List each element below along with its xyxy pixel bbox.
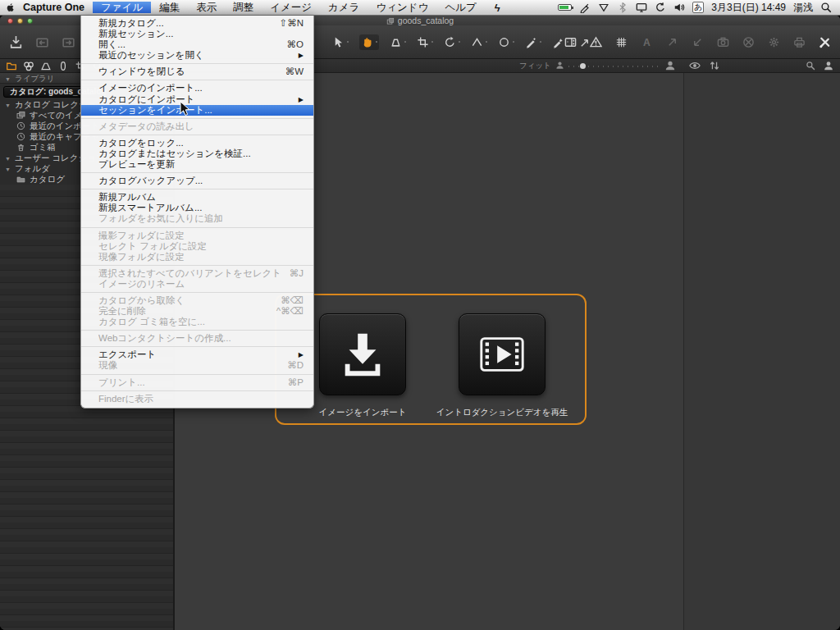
menu-separator bbox=[81, 390, 313, 391]
menubar-menu-ファイル[interactable]: ファイル bbox=[93, 2, 151, 13]
menubar-clock[interactable]: 3月3日(日) 14:49 bbox=[711, 1, 786, 15]
submenu-arrow-icon: ▶ bbox=[299, 349, 304, 360]
browser-panel bbox=[683, 73, 840, 630]
file-menu-item: カタログ ゴミ箱を空に... bbox=[81, 317, 313, 327]
file-menu-item[interactable]: ウィンドウを閉じる⌘W bbox=[81, 66, 313, 77]
tools-icon[interactable] bbox=[815, 33, 833, 51]
mouse-cursor bbox=[180, 101, 190, 116]
spotlight-search-icon[interactable] bbox=[820, 2, 832, 13]
zoom-slider-thumb[interactable] bbox=[580, 63, 586, 69]
pen-icon[interactable] bbox=[579, 2, 591, 13]
zoom-out-icon[interactable] bbox=[555, 61, 564, 71]
pan-tool[interactable] bbox=[359, 34, 379, 50]
cancel-icon bbox=[739, 33, 757, 51]
menubar-menu-ヘルプ[interactable]: ヘルプ bbox=[436, 2, 484, 13]
library-tab[interactable] bbox=[2, 60, 20, 73]
display-icon[interactable] bbox=[636, 2, 647, 13]
grid-icon[interactable] bbox=[612, 33, 630, 51]
gear-icon bbox=[765, 33, 783, 51]
draw-mask-tool[interactable] bbox=[525, 36, 541, 48]
disclosure-triangle-icon[interactable]: ▼ bbox=[5, 103, 11, 108]
file-menu-item: カタログから取除く⌘⌫ bbox=[81, 295, 313, 306]
zoom-in-icon[interactable] bbox=[664, 60, 676, 73]
file-menu-item[interactable]: 新規アルバム bbox=[81, 192, 313, 203]
file-menu-item: フォルダをお気に入りに追加 bbox=[81, 213, 313, 224]
play-intro-video-button[interactable] bbox=[459, 313, 546, 395]
crop-tool[interactable] bbox=[417, 36, 433, 48]
sync-icon[interactable] bbox=[655, 2, 666, 13]
menubar-menu-カメラ[interactable]: カメラ bbox=[320, 2, 368, 13]
file-menu-item[interactable]: セッションをインポート... bbox=[81, 105, 313, 116]
file-menu-item[interactable]: 開く...⌘O bbox=[81, 39, 313, 50]
menubar-menu-表示[interactable]: 表示 bbox=[188, 2, 225, 13]
menu-separator bbox=[81, 172, 313, 173]
stacked-images-icon bbox=[16, 111, 26, 120]
menubar-user[interactable]: 湯浅 bbox=[793, 1, 813, 15]
spot-tool[interactable] bbox=[498, 36, 514, 48]
capture-in-icon bbox=[33, 33, 51, 51]
file-menu-item[interactable]: カタログまたはセッションを検証... bbox=[81, 148, 313, 159]
zoom-slider[interactable] bbox=[568, 63, 660, 70]
file-menu-item[interactable]: プレビューを更新 bbox=[81, 159, 313, 170]
menu-separator bbox=[81, 292, 313, 293]
clock-icon bbox=[16, 132, 26, 141]
arrow-sw-icon bbox=[688, 33, 706, 51]
triangle-flag-icon[interactable] bbox=[598, 2, 609, 13]
welcome-panel: イメージをインポート イントロダクションビデオを再生 bbox=[275, 294, 587, 425]
volume-icon[interactable] bbox=[673, 2, 685, 13]
battery-icon[interactable] bbox=[558, 4, 572, 11]
apple-menu-icon[interactable] bbox=[0, 2, 21, 13]
file-menu-item[interactable]: 新規セッション... bbox=[81, 29, 313, 39]
bluetooth-icon[interactable] bbox=[617, 2, 628, 13]
filter-search-icon[interactable] bbox=[806, 59, 815, 74]
browser-layout-icon[interactable] bbox=[561, 33, 579, 51]
loupe-tool[interactable] bbox=[390, 36, 406, 48]
submenu-arrow-icon: ▶ bbox=[299, 50, 304, 61]
menubar-menu-イメージ[interactable]: イメージ bbox=[262, 2, 320, 13]
file-menu-item[interactable]: カタログにインポート▶ bbox=[81, 94, 313, 105]
app-name[interactable]: Capture One bbox=[21, 2, 93, 13]
select-arrow-tool[interactable] bbox=[332, 36, 349, 48]
preview-eye-icon[interactable] bbox=[689, 59, 701, 74]
user-account-icon[interactable] bbox=[824, 59, 833, 74]
file-menu-item: 撮影フォルダに設定 bbox=[81, 231, 313, 241]
menu-separator bbox=[81, 63, 313, 64]
import-icon[interactable] bbox=[7, 33, 25, 51]
file-menu-item[interactable]: カタログバックアップ... bbox=[81, 176, 313, 186]
file-menu-item: 現像フォルダに設定 bbox=[81, 252, 313, 262]
file-menu-item: 完全に削除^⌘⌫ bbox=[81, 306, 313, 317]
file-menu-item[interactable]: カタログをロック... bbox=[81, 138, 313, 148]
input-method-indicator[interactable]: あ bbox=[692, 2, 704, 13]
menubar-menu-ウィンドウ[interactable]: ウィンドウ bbox=[368, 2, 436, 13]
file-menu-item: プリント...⌘P bbox=[81, 377, 313, 388]
sort-order-icon[interactable] bbox=[709, 59, 720, 74]
file-menu-item[interactable]: 新規カタログ...⇧⌘N bbox=[81, 18, 313, 29]
exposure-warning-icon[interactable] bbox=[587, 33, 605, 51]
play-intro-video-label: イントロダクションビデオを再生 bbox=[420, 407, 584, 418]
script-bolt-icon[interactable]: ϟ bbox=[485, 2, 510, 14]
menu-separator bbox=[81, 374, 313, 375]
rotate-tool[interactable] bbox=[444, 36, 460, 48]
capture-out-icon bbox=[59, 33, 77, 51]
file-menu-item[interactable]: 新規スマートアルバム... bbox=[81, 203, 313, 213]
menu-separator bbox=[81, 135, 313, 135]
file-menu-item[interactable]: 最近のセッションを開く▶ bbox=[81, 50, 313, 61]
menu-separator bbox=[81, 118, 313, 119]
print-icon bbox=[790, 33, 808, 51]
disclosure-triangle-icon[interactable]: ▼ bbox=[5, 156, 11, 162]
straighten-tool[interactable] bbox=[471, 36, 487, 48]
disclosure-triangle-icon[interactable]: ▼ bbox=[5, 167, 11, 172]
exposure-tab[interactable] bbox=[37, 60, 54, 73]
annotation-icon: A bbox=[637, 33, 655, 51]
file-menu-item[interactable]: エクスポート▶ bbox=[81, 349, 313, 360]
file-menu-item: Webコンタクトシートの作成... bbox=[81, 333, 313, 344]
color-tab[interactable] bbox=[20, 60, 37, 73]
trash-icon bbox=[16, 143, 26, 152]
menubar-menu-編集[interactable]: 編集 bbox=[151, 2, 188, 13]
file-menu-item[interactable]: イメージのインポート... bbox=[81, 83, 313, 94]
file-menu-item: Finderに表示 bbox=[81, 394, 313, 404]
lens-tab[interactable] bbox=[54, 60, 71, 73]
import-images-button[interactable] bbox=[319, 313, 406, 395]
menubar-status-area: あ 3月3日(日) 14:49 湯浅 bbox=[558, 1, 840, 15]
menubar-menu-調整[interactable]: 調整 bbox=[225, 2, 262, 13]
